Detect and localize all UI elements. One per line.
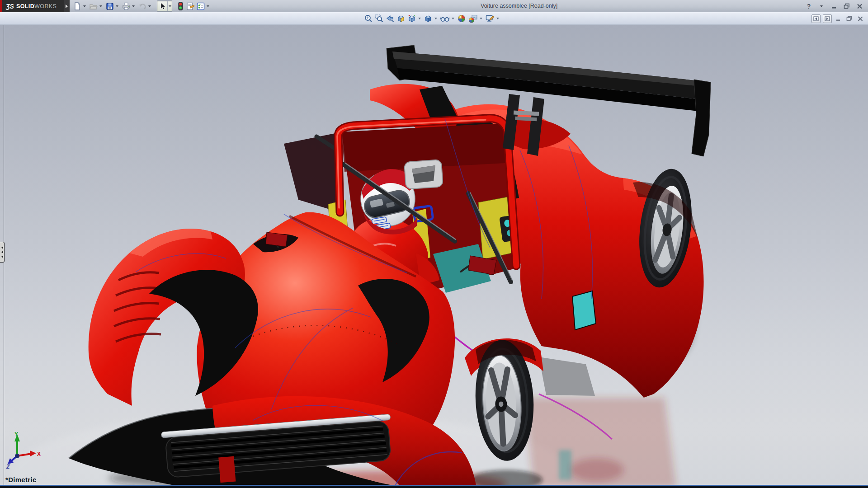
pane-right-icon <box>825 16 830 21</box>
apply-scene-icon <box>468 14 478 23</box>
flyout-arrow-icon <box>66 5 68 8</box>
side-panel-gray <box>539 357 595 396</box>
previous-view-icon <box>386 14 395 23</box>
pane-left-icon <box>813 16 819 21</box>
open-dropdown[interactable] <box>99 1 103 11</box>
solidworks-window: Y X Z *Dimetric ƷS SOLID WORKS <box>0 0 868 488</box>
print-button[interactable] <box>121 1 131 11</box>
collapse-arrow-icon <box>1 251 3 253</box>
print-icon <box>122 2 131 11</box>
zoom-to-fit-icon <box>364 14 373 23</box>
orientation-triad: Y X Z <box>5 431 44 469</box>
section-view-button[interactable] <box>396 14 406 23</box>
collapse-pane-right-button[interactable] <box>823 14 832 23</box>
open-folder-icon <box>89 2 98 11</box>
zoom-to-area-button[interactable] <box>374 14 385 23</box>
select-tool-dropdown[interactable] <box>167 1 172 11</box>
titlebar: ƷS SOLID WORKS <box>0 0 868 12</box>
save-button[interactable] <box>105 1 115 11</box>
edit-appearance-button[interactable] <box>456 14 467 23</box>
doc-minimize-icon <box>836 16 841 21</box>
taskbar-edge <box>0 485 868 488</box>
open-button[interactable] <box>89 1 99 11</box>
view-settings-dropdown[interactable] <box>495 14 500 23</box>
zoom-to-fit-button[interactable] <box>363 14 374 23</box>
view-orientation-label: *Dimetric <box>5 476 37 483</box>
x-axis-label: X <box>37 451 41 457</box>
doc-restore-icon <box>846 16 852 21</box>
display-style-button[interactable] <box>423 14 434 23</box>
undo-button[interactable] <box>137 1 147 11</box>
view-settings-button[interactable] <box>484 14 495 23</box>
brand-text-bold: SOLID <box>16 3 34 9</box>
options-button[interactable] <box>196 1 206 11</box>
side-window-teal <box>572 291 596 330</box>
file-properties-button[interactable] <box>185 1 196 11</box>
view-orientation-cube-icon <box>407 14 416 23</box>
menu-flyout-arrow[interactable] <box>64 0 70 12</box>
help-dropdown[interactable] <box>816 2 826 11</box>
collapse-arrow-icon <box>1 246 3 249</box>
restore-button[interactable] <box>842 2 852 11</box>
help-button[interactable]: ? <box>804 2 814 11</box>
collapse-pane-left-button[interactable] <box>811 14 821 23</box>
undo-dropdown[interactable] <box>147 1 151 11</box>
view-orientation-button[interactable] <box>406 14 417 23</box>
intake-box <box>404 160 443 189</box>
window-controls: ? <box>804 0 864 12</box>
file-properties-icon <box>186 2 195 11</box>
options-dropdown[interactable] <box>206 1 210 11</box>
eyeglasses-icon <box>440 14 450 23</box>
view-orientation-dropdown[interactable] <box>417 14 422 23</box>
new-document-dropdown[interactable] <box>82 1 86 11</box>
view-settings-icon <box>485 14 495 23</box>
doc-close-button[interactable] <box>856 14 864 23</box>
hide-show-items-button[interactable] <box>439 14 451 23</box>
solidworks-glyph: ƷS <box>6 3 14 10</box>
apply-scene-button[interactable] <box>467 14 479 23</box>
viewport-3d[interactable]: Y X Z *Dimetric <box>0 25 868 485</box>
apply-scene-dropdown[interactable] <box>479 14 483 23</box>
minimize-button[interactable] <box>829 2 839 11</box>
document-window-controls <box>811 14 864 23</box>
headsup-view-toolbar <box>363 13 501 24</box>
select-tool-button[interactable] <box>157 0 172 12</box>
z-axis-label: Z <box>6 464 10 469</box>
brand-text-light: WORKS <box>34 3 57 9</box>
appearance-ball-icon <box>457 14 466 23</box>
save-dropdown[interactable] <box>115 1 119 11</box>
close-icon <box>857 4 863 9</box>
doc-close-icon <box>858 16 863 21</box>
doc-minimize-button[interactable] <box>834 14 843 23</box>
y-axis-label: Y <box>14 431 18 437</box>
section-view-icon <box>396 14 406 23</box>
print-dropdown[interactable] <box>131 1 135 11</box>
car-model[interactable] <box>0 0 868 488</box>
save-icon <box>105 2 114 11</box>
solidworks-logo: ƷS SOLID WORKS <box>2 0 64 12</box>
window-title: Voiture assomblee [Read-only] <box>481 3 557 9</box>
windscreen <box>284 132 343 213</box>
display-style-cube-icon <box>424 14 433 23</box>
rebuild-traffic-light-icon <box>176 1 185 11</box>
close-button[interactable] <box>854 2 864 11</box>
undo-icon <box>138 2 147 11</box>
new-document-button[interactable] <box>72 1 82 11</box>
previous-view-button[interactable] <box>385 14 396 23</box>
rebuild-button[interactable] <box>175 1 185 11</box>
doc-restore-button[interactable] <box>845 14 854 23</box>
minimize-icon <box>831 4 837 9</box>
menu-row <box>0 12 868 25</box>
collapse-arrow-icon <box>1 255 3 258</box>
display-style-dropdown[interactable] <box>434 14 438 23</box>
new-document-icon <box>73 2 82 11</box>
feature-pane-collapse-tab[interactable] <box>0 242 5 263</box>
options-checklist-icon <box>196 2 205 11</box>
zoom-to-area-icon <box>375 14 384 23</box>
select-cursor-icon <box>157 1 167 11</box>
restore-icon <box>844 3 850 9</box>
hide-show-items-dropdown[interactable] <box>451 14 455 23</box>
main-toolbar <box>72 1 212 11</box>
